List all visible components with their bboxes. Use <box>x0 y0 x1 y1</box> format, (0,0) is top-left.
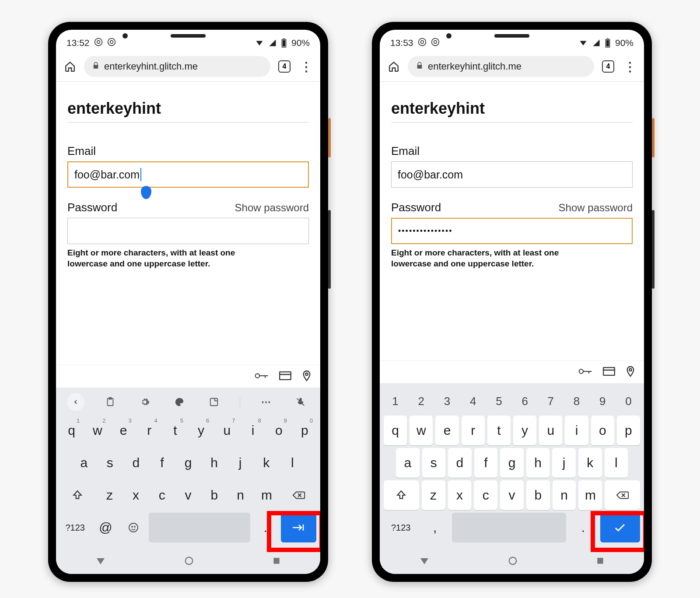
email-field[interactable]: foo@bar.com <box>67 161 309 188</box>
key-g[interactable]: g <box>500 448 524 478</box>
backspace-key[interactable] <box>605 480 640 510</box>
shift-key[interactable] <box>384 480 419 510</box>
gear-icon[interactable] <box>136 393 154 411</box>
key-y[interactable]: y6 <box>189 416 213 445</box>
key-b[interactable]: b <box>203 480 226 510</box>
key-b[interactable]: b <box>526 480 550 510</box>
key-z[interactable]: z <box>422 480 445 510</box>
key-1[interactable]: 1 <box>384 389 407 413</box>
key-q[interactable]: q <box>384 416 407 445</box>
tab-switcher[interactable]: 4 <box>600 59 616 74</box>
key-s[interactable]: s <box>98 448 122 478</box>
backspace-key[interactable] <box>281 480 316 510</box>
key-3[interactable]: 3 <box>435 389 458 413</box>
enter-key[interactable] <box>281 513 316 542</box>
location-icon[interactable] <box>302 370 312 383</box>
key-n[interactable]: n <box>229 480 252 510</box>
key-t[interactable]: t <box>487 416 511 445</box>
key-p[interactable]: p <box>617 416 640 445</box>
key-o[interactable]: o9 <box>267 416 290 445</box>
home-button-nav[interactable] <box>508 556 518 567</box>
key-icon[interactable] <box>255 371 269 382</box>
key-i[interactable]: i <box>565 416 588 445</box>
password-field[interactable]: ••••••••••••••• <box>391 218 633 244</box>
card-icon[interactable] <box>279 371 291 382</box>
mic-off-icon[interactable] <box>292 393 309 411</box>
tab-switcher[interactable]: 4 <box>276 59 292 74</box>
key-u[interactable]: u7 <box>215 416 238 445</box>
key-d[interactable]: d <box>124 448 148 478</box>
collapse-icon[interactable] <box>67 393 84 411</box>
key-x[interactable]: x <box>448 480 472 510</box>
card-icon[interactable] <box>603 367 615 378</box>
soft-keyboard[interactable]: 1234567890 qwertyuiop asdfghjkl zxcvbnm … <box>380 383 644 549</box>
back-button[interactable] <box>95 556 106 568</box>
url-bar[interactable]: enterkeyhint.glitch.me <box>84 56 270 77</box>
key-0[interactable]: 0 <box>617 389 640 413</box>
comma-key[interactable]: , <box>420 513 449 542</box>
sticker-icon[interactable] <box>205 393 223 411</box>
key-v[interactable]: v <box>500 480 524 510</box>
key-e[interactable]: e3 <box>112 416 135 445</box>
email-field[interactable]: foo@bar.com <box>391 161 633 188</box>
key-c[interactable]: c <box>150 480 174 510</box>
key-p[interactable]: p0 <box>293 416 316 445</box>
key-o[interactable]: o <box>591 416 614 445</box>
key-j[interactable]: j <box>228 448 252 478</box>
key-r[interactable]: r4 <box>138 416 161 445</box>
key-w[interactable]: w2 <box>86 416 109 445</box>
key-m[interactable]: m <box>578 480 602 510</box>
home-button-nav[interactable] <box>184 556 194 567</box>
text-cursor-handle[interactable] <box>141 186 151 199</box>
enter-key[interactable] <box>600 513 640 542</box>
home-button[interactable] <box>386 59 402 74</box>
key-k[interactable]: k <box>255 448 278 478</box>
overflow-menu[interactable] <box>622 59 638 74</box>
key-i[interactable]: i8 <box>241 416 264 445</box>
key-4[interactable]: 4 <box>462 389 485 413</box>
location-icon[interactable] <box>626 366 635 379</box>
key-l[interactable]: l <box>605 448 628 478</box>
space-key[interactable] <box>149 513 250 542</box>
key-s[interactable]: s <box>422 448 446 478</box>
show-password-toggle[interactable]: Show password <box>235 202 309 214</box>
key-e[interactable]: e <box>435 416 458 445</box>
period-key[interactable]: . <box>253 513 278 542</box>
key-8[interactable]: 8 <box>565 389 588 413</box>
key-h[interactable]: h <box>526 448 550 478</box>
key-icon[interactable] <box>578 367 592 378</box>
clipboard-icon[interactable] <box>102 393 119 411</box>
key-2[interactable]: 2 <box>410 389 433 413</box>
recents-button[interactable] <box>272 556 281 567</box>
key-f[interactable]: f <box>150 448 174 478</box>
password-field[interactable] <box>67 218 309 244</box>
key-n[interactable]: n <box>553 480 576 510</box>
key-7[interactable]: 7 <box>539 389 562 413</box>
key-9[interactable]: 9 <box>591 389 614 413</box>
key-w[interactable]: w <box>410 416 433 445</box>
key-a[interactable]: a <box>72 448 96 478</box>
key-k[interactable]: k <box>578 448 602 478</box>
key-q[interactable]: q1 <box>60 416 83 445</box>
url-bar[interactable]: enterkeyhint.glitch.me <box>408 56 594 77</box>
symbols-key[interactable]: ?123 <box>60 513 91 542</box>
key-y[interactable]: y <box>513 416 536 445</box>
key-x[interactable]: x <box>124 480 148 510</box>
space-key[interactable] <box>452 513 566 542</box>
shift-key[interactable] <box>60 480 95 510</box>
key-j[interactable]: j <box>552 448 576 478</box>
recents-button[interactable] <box>596 556 605 567</box>
key-h[interactable]: h <box>203 448 226 478</box>
key-6[interactable]: 6 <box>513 389 536 413</box>
overflow-menu[interactable] <box>298 59 314 74</box>
at-key[interactable]: @ <box>93 513 119 542</box>
key-m[interactable]: m <box>255 480 278 510</box>
key-t[interactable]: t5 <box>164 416 187 445</box>
key-f[interactable]: f <box>474 448 498 478</box>
key-c[interactable]: c <box>474 480 497 510</box>
palette-icon[interactable] <box>171 393 188 411</box>
period-key[interactable]: . <box>569 513 597 542</box>
key-u[interactable]: u <box>539 416 562 445</box>
more-icon[interactable]: ⋯ <box>257 393 275 411</box>
home-button[interactable] <box>62 59 78 74</box>
